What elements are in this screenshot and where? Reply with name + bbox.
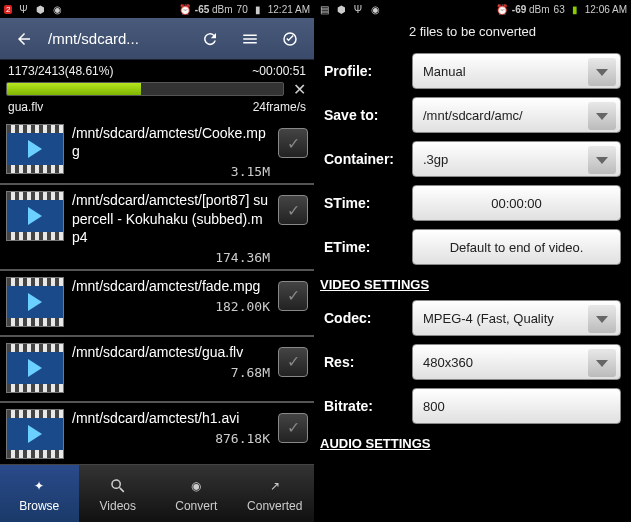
checkbox[interactable]: ✓ (278, 128, 308, 158)
container-label: Container: (324, 151, 404, 167)
battery-pct: 70 (237, 4, 248, 15)
saveto-select[interactable]: /mnt/sdcard/amc/ (412, 97, 621, 133)
toolbar: /mnt/sdcard... (0, 18, 314, 60)
menu-button[interactable] (230, 21, 270, 57)
res-select[interactable]: 480x360 (412, 344, 621, 380)
battery-icon: ▮ (569, 3, 581, 15)
framerate: 24frame/s (253, 100, 306, 114)
tab-convert[interactable]: ◉Convert (157, 465, 236, 522)
usb-icon: Ψ (352, 3, 364, 15)
battery-pct: 63 (554, 4, 565, 15)
chevron-down-icon (588, 305, 616, 333)
video-thumb-icon (6, 191, 64, 241)
video-thumb-icon (6, 409, 64, 459)
path-display: /mnt/sdcard... (44, 30, 190, 47)
chevron-down-icon (588, 102, 616, 130)
checkbox[interactable]: ✓ (278, 413, 308, 443)
progress-count: 1173/2413(48.61%) (8, 64, 113, 78)
container-select[interactable]: .3gp (412, 141, 621, 177)
tab-converted[interactable]: ↗Converted (236, 465, 315, 522)
browse-icon: ✦ (28, 475, 50, 497)
audio-settings-header: AUDIO SETTINGS (314, 428, 631, 455)
android-icon: ⬢ (335, 3, 347, 15)
checkbox[interactable]: ✓ (278, 347, 308, 377)
signal-dbm: -65 dBm (195, 4, 233, 15)
list-item[interactable]: /mnt/sdcard/amctest/[port87] supercell -… (0, 185, 314, 271)
progress-bar (6, 82, 284, 96)
clock: 12:21 AM (268, 4, 310, 15)
list-item[interactable]: /mnt/sdcard/amctest/h1.avi876.18K ✓ (0, 403, 314, 469)
saveto-label: Save to: (324, 107, 404, 123)
status-bar-left: 2 Ψ ⬢ ◉ ⏰ -65 dBm 70 ▮ 12:21 AM (0, 0, 314, 18)
video-thumb-icon (6, 124, 64, 174)
progress-eta: ~00:00:51 (252, 64, 306, 78)
video-settings-header: VIDEO SETTINGS (314, 269, 631, 296)
checkbox[interactable]: ✓ (278, 195, 308, 225)
sync-icon: ◉ (369, 3, 381, 15)
alarm-icon: ⏰ (496, 3, 508, 15)
chevron-down-icon (588, 146, 616, 174)
stime-label: STime: (324, 195, 404, 211)
list-item[interactable]: /mnt/sdcard/amctest/fade.mpg182.00K ✓ (0, 271, 314, 337)
converted-icon: ↗ (264, 475, 286, 497)
chevron-down-icon (588, 349, 616, 377)
stime-button[interactable]: 00:00:00 (412, 185, 621, 221)
notification-badge-icon: 2 (4, 5, 12, 14)
cancel-progress-button[interactable]: ✕ (290, 80, 308, 98)
video-thumb-icon (6, 277, 64, 327)
checkbox[interactable]: ✓ (278, 281, 308, 311)
battery-icon: ▮ (252, 3, 264, 15)
list-item[interactable]: /mnt/sdcard/amctest/Cooke.mpg3.15M ✓ (0, 118, 314, 185)
bottom-tabs: ✦Browse Videos ◉Convert ↗Converted (0, 464, 314, 522)
usb-icon: Ψ (17, 3, 29, 15)
status-bar-right: ▤ ⬢ Ψ ◉ ⏰ -69 dBm 63 ▮ 12:06 AM (314, 0, 631, 18)
back-button[interactable] (4, 21, 44, 57)
chevron-down-icon (588, 58, 616, 86)
android-icon: ⬢ (34, 3, 46, 15)
etime-label: ETime: (324, 239, 404, 255)
etime-button[interactable]: Default to end of video. (412, 229, 621, 265)
conversion-header: 2 files to be converted (314, 18, 631, 49)
codec-select[interactable]: MPEG-4 (Fast, Quality (412, 300, 621, 336)
sync-icon: ◉ (51, 3, 63, 15)
search-icon (107, 475, 129, 497)
codec-label: Codec: (324, 310, 404, 326)
convert-icon: ◉ (185, 475, 207, 497)
tab-browse[interactable]: ✦Browse (0, 465, 79, 522)
alarm-icon: ⏰ (179, 3, 191, 15)
sd-icon: ▤ (318, 3, 330, 15)
profile-label: Profile: (324, 63, 404, 79)
file-list[interactable]: /mnt/sdcard/amctest/Cooke.mpg3.15M ✓ /mn… (0, 118, 314, 470)
profile-select[interactable]: Manual (412, 53, 621, 89)
select-button[interactable] (270, 21, 310, 57)
current-file: gua.flv (8, 100, 43, 114)
refresh-button[interactable] (190, 21, 230, 57)
tab-videos[interactable]: Videos (79, 465, 158, 522)
bitrate-label: Bitrate: (324, 398, 404, 414)
video-thumb-icon (6, 343, 64, 393)
res-label: Res: (324, 354, 404, 370)
clock: 12:06 AM (585, 4, 627, 15)
list-item[interactable]: /mnt/sdcard/amctest/gua.flv7.68M ✓ (0, 337, 314, 403)
signal-dbm: -69 dBm (512, 4, 550, 15)
bitrate-input[interactable]: 800 (412, 388, 621, 424)
